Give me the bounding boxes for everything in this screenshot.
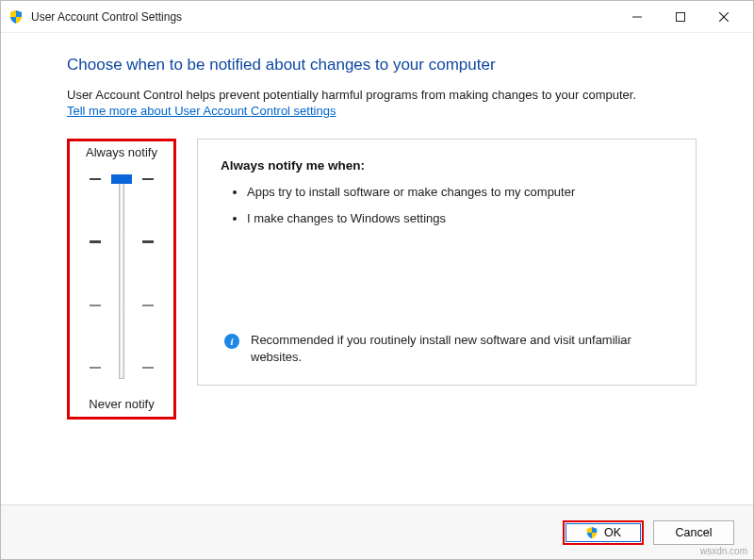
info-panel: Always notify me when: Apps try to insta…: [197, 139, 697, 386]
cancel-button-label: Cancel: [676, 526, 713, 539]
info-bullet: Apps try to install software or make cha…: [247, 184, 673, 201]
cancel-button[interactable]: Cancel: [653, 520, 734, 545]
maximize-button[interactable]: [659, 2, 702, 32]
slider-top-label: Always notify: [86, 145, 157, 159]
slider-thumb[interactable]: [111, 174, 132, 184]
slider-bottom-label: Never notify: [89, 397, 154, 411]
description-text: User Account Control helps prevent poten…: [67, 88, 697, 102]
info-title: Always notify me when:: [221, 158, 673, 173]
shield-icon: [8, 9, 24, 25]
shield-icon: [585, 526, 598, 539]
close-button[interactable]: [702, 2, 746, 32]
content-area: Choose when to be notified about changes…: [1, 33, 753, 504]
titlebar: User Account Control Settings: [1, 1, 753, 33]
help-link[interactable]: Tell me more about User Account Control …: [67, 104, 697, 118]
uac-settings-window: User Account Control Settings Choose whe…: [0, 0, 754, 560]
info-icon: i: [224, 334, 239, 349]
info-bullet: I make changes to Windows settings: [247, 210, 673, 227]
minimize-button[interactable]: [615, 2, 659, 32]
svg-rect-1: [677, 12, 685, 21]
watermark: wsxdn.com: [700, 546, 747, 556]
notification-slider-group: Always notify Never notify: [67, 139, 176, 420]
slider-track[interactable]: [90, 173, 154, 387]
page-heading: Choose when to be notified about changes…: [67, 56, 697, 74]
ok-button-label: OK: [604, 526, 621, 539]
footer: OK Cancel: [1, 504, 753, 559]
main-area: Always notify Never notify Always notify…: [67, 139, 697, 420]
ok-button[interactable]: OK: [563, 520, 644, 545]
window-controls: [615, 2, 746, 32]
window-title: User Account Control Settings: [31, 10, 615, 24]
recommendation: i Recommended if you routinely install n…: [221, 332, 673, 366]
info-list: Apps try to install software or make cha…: [221, 184, 673, 237]
recommendation-text: Recommended if you routinely install new…: [251, 332, 654, 366]
